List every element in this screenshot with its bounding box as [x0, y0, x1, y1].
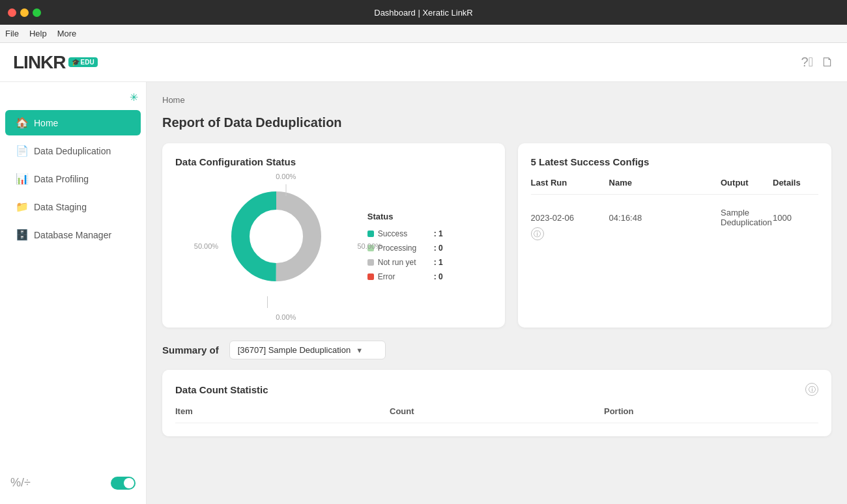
legend-item-success: Success : 1 — [367, 229, 443, 238]
col-details: Details — [773, 178, 818, 188]
help-icon[interactable]: ?⃝ — [801, 55, 813, 70]
sidebar-item-database[interactable]: 🗄️ Database Manager — [5, 222, 141, 247]
col-name: Name — [609, 178, 721, 188]
sidebar-item-staging[interactable]: 📁 Data Staging — [5, 194, 141, 219]
summary-select-value: [36707] Sample Deduplication — [238, 345, 351, 355]
content-area: Home Report of Data Deduplication Data C… — [147, 82, 847, 504]
legend-label-processing: Processing — [378, 244, 430, 253]
col-output: Output — [721, 178, 773, 188]
summary-label: Summary of — [162, 344, 219, 356]
formula-icon: %/÷ — [10, 476, 31, 490]
col-lastrun: Last Run — [531, 178, 609, 188]
table-row: 2023-02-06 04:16:48 Sample Deduplication… — [531, 201, 818, 247]
toggle-knob — [124, 478, 134, 488]
chart-card: Data Configuration Status 0.00% 50.00% 5… — [162, 143, 505, 328]
donut-label-bottom: 0.00% — [276, 313, 296, 321]
logo-badge-text: EDU — [81, 59, 94, 66]
svg-point-2 — [250, 210, 302, 262]
col-count: Count — [390, 406, 604, 416]
logo-badge: 🎓 EDU — [68, 57, 98, 67]
legend-value-error: : 0 — [434, 272, 443, 281]
row-date-value: 2023-02-06 — [531, 213, 609, 223]
chart-card-title: Data Configuration Status — [175, 156, 492, 167]
sidebar-pin-area: ✳ — [0, 89, 146, 109]
summary-row: Summary of [36707] Sample Deduplication … — [162, 341, 831, 359]
dedup-icon: 📄 — [16, 145, 27, 157]
legend-label-success: Success — [378, 229, 430, 238]
sidebar-bottom: %/÷ — [0, 468, 146, 497]
sidebar-item-dedup-label: Data Deduplication — [34, 146, 111, 156]
latest-configs-title: 5 Latest Success Configs — [531, 156, 818, 167]
donut-label-left: 50.00% — [194, 242, 218, 250]
sidebar-item-home[interactable]: 🏠 Home — [5, 110, 141, 135]
legend-label-error: Error — [378, 272, 430, 281]
col-item: Item — [175, 406, 390, 416]
page-title: Report of Data Deduplication — [162, 115, 831, 130]
data-count-info-btn[interactable]: ⓘ — [805, 383, 818, 396]
legend-dot-notrun — [367, 259, 374, 266]
configs-table-header: Last Run Name Output Details — [531, 178, 818, 195]
profiling-icon: 📊 — [16, 173, 27, 185]
data-count-card: Data Count Statistic ⓘ Item Count Portio… — [162, 370, 831, 436]
cards-row: Data Configuration Status 0.00% 50.00% 5… — [162, 143, 831, 328]
row-name: Sample Deduplication — [721, 208, 773, 227]
row-time: 04:16:48 — [609, 213, 721, 223]
pin-icon[interactable]: ✳ — [126, 90, 141, 105]
app-frame: LINKR 🎓 EDU ?⃝ 🗋 ✳ 🏠 Home 📄 Data Dedupli… — [0, 43, 847, 504]
row-output: 1000 — [773, 213, 818, 223]
toggle-switch[interactable] — [111, 477, 136, 490]
sidebar-item-profiling[interactable]: 📊 Data Profiling — [5, 166, 141, 191]
title-bar: Dashboard | Xeratic LinkR — [0, 0, 847, 25]
sidebar-item-deduplication[interactable]: 📄 Data Deduplication — [5, 138, 141, 163]
legend-dot-error — [367, 273, 374, 280]
home-icon: 🏠 — [16, 117, 27, 129]
menu-bar: File Help More — [0, 25, 847, 43]
legend-value-success: : 1 — [434, 229, 443, 238]
traffic-lights — [8, 8, 41, 17]
sidebar-item-database-label: Database Manager — [34, 230, 111, 240]
legend-label-notrun: Not run yet — [378, 258, 430, 267]
notes-icon[interactable]: 🗋 — [821, 55, 834, 70]
row-date: 2023-02-06 — [531, 213, 609, 223]
close-button[interactable] — [8, 8, 16, 17]
legend-value-processing: : 0 — [434, 244, 443, 253]
legend-value-notrun: : 1 — [434, 258, 443, 267]
menu-more[interactable]: More — [57, 29, 77, 38]
minimize-button[interactable] — [20, 8, 29, 17]
database-icon: 🗄️ — [16, 229, 27, 241]
summary-select[interactable]: [36707] Sample Deduplication ▼ — [229, 341, 386, 359]
donut-line-top — [285, 184, 286, 196]
col-portion: Portion — [604, 406, 818, 416]
sidebar: ✳ 🏠 Home 📄 Data Deduplication 📊 Data Pro… — [0, 82, 147, 504]
logo-badge-icon: 🎓 — [72, 59, 79, 66]
donut-label-top: 0.00% — [276, 173, 296, 180]
legend-title: Status — [367, 212, 443, 221]
app-header: LINKR 🎓 EDU ?⃝ 🗋 — [0, 43, 847, 82]
data-count-header: Data Count Statistic ⓘ — [175, 383, 818, 396]
main-area: ✳ 🏠 Home 📄 Data Deduplication 📊 Data Pro… — [0, 82, 847, 504]
donut-line-bottom — [267, 296, 268, 308]
data-count-title: Data Count Statistic — [175, 384, 268, 395]
staging-icon: 📁 — [16, 201, 27, 213]
logo: LINKR 🎓 EDU — [13, 52, 98, 73]
sidebar-item-staging-label: Data Staging — [34, 202, 87, 212]
breadcrumb: Home — [162, 95, 831, 105]
chart-area: 0.00% 50.00% 50.00% 0.00% — [175, 178, 492, 315]
donut-label-right: 50.00% — [357, 242, 381, 250]
legend-item-error: Error : 0 — [367, 272, 443, 281]
row-details-btn[interactable]: ⓘ — [531, 227, 544, 240]
chevron-down-icon: ▼ — [356, 346, 363, 354]
donut-chart — [224, 184, 328, 288]
menu-file[interactable]: File — [5, 29, 19, 38]
sidebar-item-profiling-label: Data Profiling — [34, 174, 89, 184]
data-count-table-header: Item Count Portion — [175, 406, 818, 423]
logo-text: LINKR — [13, 52, 66, 73]
latest-configs-card: 5 Latest Success Configs Last Run Name O… — [518, 143, 831, 328]
window-title: Dashboard | Xeratic LinkR — [374, 8, 473, 18]
legend-item-notrun: Not run yet : 1 — [367, 258, 443, 267]
menu-help[interactable]: Help — [29, 29, 47, 38]
maximize-button[interactable] — [33, 8, 41, 17]
header-icons: ?⃝ 🗋 — [801, 55, 834, 70]
donut-container: 0.00% 50.00% 50.00% 0.00% — [224, 184, 348, 308]
legend-dot-success — [367, 231, 374, 237]
